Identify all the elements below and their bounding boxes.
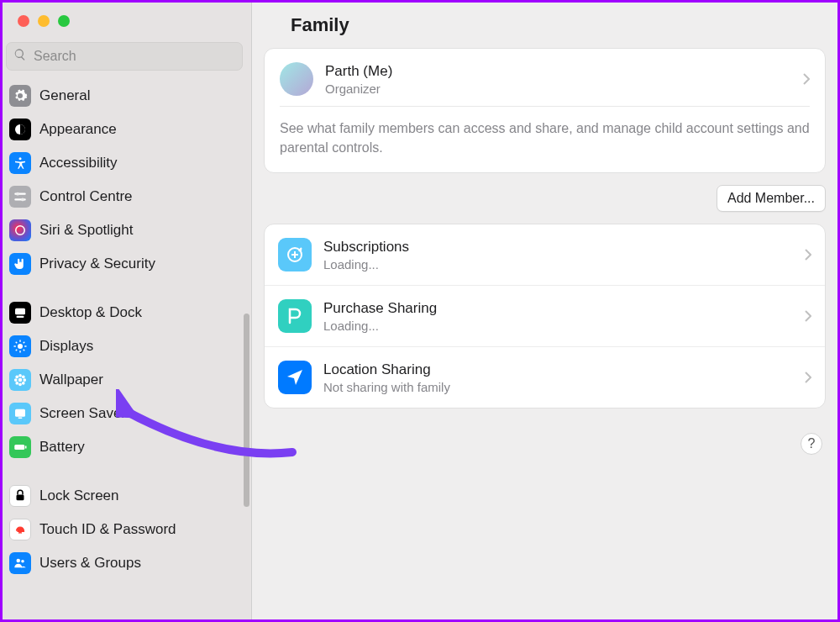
svg-point-6 <box>16 226 25 235</box>
sidebar-item-touch-id[interactable]: Touch ID & Password <box>3 513 246 546</box>
sidebar-item-displays[interactable]: Displays <box>3 329 246 363</box>
svg-rect-7 <box>15 308 25 315</box>
purchase-sharing-icon <box>278 299 312 333</box>
sidebar-item-desktop-dock[interactable]: Desktop & Dock <box>3 296 246 329</box>
svg-point-22 <box>23 378 26 382</box>
screensaver-icon <box>9 403 31 424</box>
sidebar-item-label: Touch ID & Password <box>39 521 176 538</box>
svg-point-25 <box>15 382 18 385</box>
accessibility-icon <box>9 152 31 174</box>
svg-rect-31 <box>17 495 24 501</box>
feature-subtitle: Not sharing with family <box>323 380 793 394</box>
organizer-row[interactable]: Parth (Me) Organizer <box>280 61 810 107</box>
svg-line-16 <box>16 350 18 351</box>
close-window-button[interactable] <box>18 15 29 27</box>
feature-location-sharing[interactable]: Location Sharing Not sharing with family <box>265 347 825 408</box>
siri-icon <box>9 219 31 241</box>
search-input[interactable] <box>32 48 235 65</box>
organizer-role: Organizer <box>325 82 791 96</box>
sun-icon <box>9 335 31 357</box>
family-features-card: Subscriptions Loading... Purchase Sharin… <box>264 224 826 409</box>
svg-point-20 <box>18 382 22 386</box>
svg-point-32 <box>17 559 21 563</box>
svg-point-5 <box>21 198 24 202</box>
svg-point-26 <box>22 382 25 385</box>
chevron-right-icon <box>803 73 810 85</box>
flower-icon <box>9 369 31 391</box>
svg-point-4 <box>16 192 19 196</box>
svg-rect-27 <box>15 409 25 417</box>
svg-point-1 <box>19 157 22 160</box>
sidebar-item-label: Appearance <box>39 121 117 138</box>
sidebar-item-label: Control Centre <box>39 188 133 205</box>
system-settings-window: General Appearance Accessibility Control… <box>3 3 837 619</box>
sidebar-item-lock-screen[interactable]: Lock Screen <box>3 479 246 513</box>
svg-line-14 <box>16 342 18 344</box>
svg-rect-8 <box>17 316 24 318</box>
sidebar-item-screen-saver[interactable]: Screen Saver <box>3 397 246 430</box>
lock-icon <box>9 485 31 507</box>
sidebar-item-control-centre[interactable]: Control Centre <box>3 180 246 213</box>
add-member-button[interactable]: Add Member... <box>717 185 826 212</box>
avatar <box>280 62 313 96</box>
chevron-right-icon <box>805 372 811 383</box>
sidebar-item-siri-spotlight[interactable]: Siri & Spotlight <box>3 213 246 247</box>
svg-rect-30 <box>25 446 27 449</box>
svg-line-15 <box>24 350 25 351</box>
sidebar-scrollbar[interactable] <box>244 314 249 507</box>
sidebar-item-label: General <box>39 87 90 104</box>
organizer-name: Parth (Me) <box>325 63 791 80</box>
sidebar-item-wallpaper[interactable]: Wallpaper <box>3 363 246 397</box>
sidebar-item-privacy-security[interactable]: Privacy & Security <box>3 247 246 281</box>
svg-point-19 <box>18 374 22 377</box>
svg-point-23 <box>15 375 18 378</box>
main-content: Family Parth (Me) Organizer See what fam… <box>252 3 837 619</box>
svg-point-18 <box>18 378 23 382</box>
svg-line-17 <box>24 342 25 344</box>
sidebar-item-users-groups[interactable]: Users & Groups <box>3 546 246 580</box>
fullscreen-window-button[interactable] <box>58 15 70 27</box>
sidebar-item-label: Desktop & Dock <box>39 304 142 321</box>
gear-icon <box>9 85 31 107</box>
feature-title: Subscriptions <box>323 239 793 256</box>
feature-subscriptions[interactable]: Subscriptions Loading... <box>265 224 825 286</box>
svg-point-33 <box>21 560 24 563</box>
svg-point-9 <box>18 344 23 349</box>
sidebar-search[interactable] <box>6 42 243 71</box>
svg-point-24 <box>22 375 25 378</box>
sidebar-item-label: Battery <box>39 439 85 456</box>
feature-purchase-sharing[interactable]: Purchase Sharing Loading... <box>265 286 825 347</box>
sidebar-item-accessibility[interactable]: Accessibility <box>3 146 246 180</box>
svg-point-21 <box>14 378 18 382</box>
feature-subtitle: Loading... <box>323 257 793 271</box>
sidebar-item-general[interactable]: General <box>3 79 246 113</box>
sidebar-item-appearance[interactable]: Appearance <box>3 113 246 146</box>
sidebar-item-label: Displays <box>39 338 93 355</box>
svg-rect-29 <box>14 445 24 450</box>
svg-rect-28 <box>18 418 23 419</box>
organizer-card: Parth (Me) Organizer See what family mem… <box>264 48 826 173</box>
feature-title: Purchase Sharing <box>323 300 793 317</box>
feature-title: Location Sharing <box>323 361 793 378</box>
search-icon <box>13 48 32 65</box>
sidebar-list: General Appearance Accessibility Control… <box>3 79 251 619</box>
sidebar-item-label: Siri & Spotlight <box>39 222 134 239</box>
sidebar-item-label: Screen Saver <box>39 405 126 422</box>
dock-icon <box>9 302 31 324</box>
sidebar-item-label: Wallpaper <box>39 372 103 388</box>
sidebar-item-label: Accessibility <box>39 155 118 171</box>
location-icon <box>278 361 312 394</box>
subscriptions-icon <box>278 238 312 271</box>
battery-icon <box>9 436 31 458</box>
minimize-window-button[interactable] <box>38 15 50 27</box>
fingerprint-icon <box>9 519 31 540</box>
family-description: See what family members can access and s… <box>280 107 810 157</box>
sidebar: General Appearance Accessibility Control… <box>3 3 252 619</box>
sidebar-item-label: Privacy & Security <box>39 256 155 272</box>
chevron-right-icon <box>805 310 811 322</box>
sidebar-item-battery[interactable]: Battery <box>3 430 246 464</box>
help-button[interactable]: ? <box>801 433 822 455</box>
appearance-icon <box>9 119 31 140</box>
chevron-right-icon <box>805 249 811 261</box>
sidebar-item-label: Users & Groups <box>39 555 141 572</box>
